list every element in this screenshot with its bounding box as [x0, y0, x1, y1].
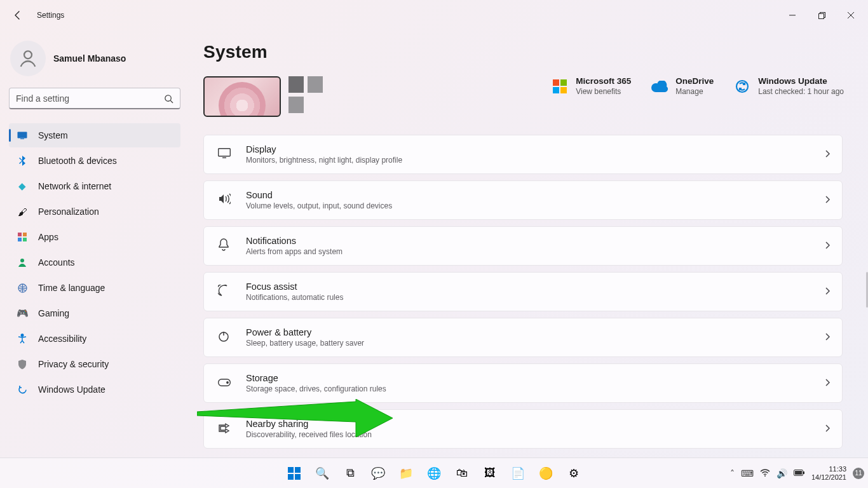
nav-item-privacy-security[interactable]: Privacy & security — [9, 352, 180, 376]
system-icon — [17, 130, 28, 141]
quick-link-title: OneDrive — [675, 76, 714, 86]
account-block[interactable]: Samuel Mbanaso — [9, 36, 180, 88]
clock[interactable]: 11:33 14/12/2021 — [811, 465, 846, 482]
maximize-button[interactable] — [807, 5, 836, 25]
chevron-right-icon — [825, 149, 831, 160]
quick-link-microsoft-[interactable]: Microsoft 365View benefits — [552, 76, 631, 96]
nav-item-label: Apps — [38, 232, 58, 242]
gaming-icon: 🎮 — [17, 308, 28, 319]
avatar — [10, 41, 46, 76]
chevron-right-icon — [825, 423, 831, 435]
volume-icon[interactable]: 🔊 — [776, 468, 787, 478]
taskbar-edge[interactable]: 🌐 — [422, 461, 446, 485]
taskbar-word[interactable]: 📄 — [506, 461, 530, 485]
network-icon: ◆ — [17, 180, 28, 192]
svg-rect-21 — [795, 471, 802, 475]
taskbar-start[interactable] — [282, 461, 306, 485]
secondary-displays — [288, 76, 323, 113]
nav-item-bluetooth-devices[interactable]: Bluetooth & devices — [9, 149, 180, 173]
nav-item-accessibility[interactable]: Accessibility — [9, 327, 180, 351]
taskbar-task-view[interactable]: ⧉ — [338, 461, 362, 485]
card-title: Sound — [246, 190, 392, 200]
card-title: Storage — [246, 373, 386, 383]
minimize-button[interactable] — [778, 5, 807, 25]
store-icon: 🛍 — [456, 466, 468, 480]
card-sub: Notifications, automatic rules — [246, 293, 343, 302]
clock-time: 11:33 — [811, 465, 846, 473]
back-button[interactable] — [8, 5, 28, 25]
quick-link-onedrive[interactable]: OneDriveManage — [651, 76, 714, 96]
nav-item-accounts[interactable]: Accounts — [9, 250, 180, 274]
window-title: Settings — [37, 11, 64, 20]
taskbar-file-explorer[interactable]: 📁 — [394, 461, 418, 485]
svg-rect-6 — [18, 233, 22, 236]
taskbar-chat[interactable]: 💬 — [366, 461, 390, 485]
card-title: Display — [246, 144, 402, 154]
nav-item-label: Time & language — [38, 283, 105, 293]
nav-item-label: Personalization — [38, 207, 99, 217]
focus-assist-card[interactable]: Focus assistNotifications, automatic rul… — [203, 272, 843, 311]
quick-link-title: Windows Update — [758, 76, 844, 86]
close-icon — [848, 12, 854, 18]
search-icon — [164, 94, 173, 106]
chevron-right-icon — [825, 377, 831, 389]
svg-rect-5 — [20, 139, 24, 139]
nav-item-network-internet[interactable]: ◆Network & internet — [9, 174, 180, 198]
nav-item-system[interactable]: System — [9, 123, 180, 147]
svg-point-17 — [227, 382, 228, 383]
card-sub: Monitors, brightness, night light, displ… — [246, 156, 402, 165]
svg-rect-9 — [23, 238, 27, 241]
svg-point-10 — [20, 259, 24, 262]
nav-item-apps[interactable]: Apps — [9, 225, 180, 249]
search-input[interactable] — [16, 93, 158, 104]
battery-icon[interactable] — [794, 468, 805, 478]
nav-item-personalization[interactable]: 🖌Personalization — [9, 200, 180, 224]
person-icon — [17, 48, 39, 69]
svg-rect-7 — [23, 233, 27, 236]
tray-expand-icon[interactable]: ˄ — [730, 468, 735, 478]
taskbar-photos[interactable]: 🖼 — [478, 461, 502, 485]
svg-rect-22 — [803, 471, 804, 474]
taskbar-settings[interactable]: ⚙ — [562, 461, 586, 485]
taskbar: 🔍⧉💬📁🌐🛍🖼📄🟡⚙ ˄ ⌨ 🔊 11:33 14/12/2021 11 — [0, 458, 868, 488]
quick-link-title: Microsoft 365 — [576, 76, 631, 86]
svg-rect-1 — [818, 13, 824, 18]
device-preview[interactable] — [203, 76, 281, 117]
notification-badge[interactable]: 11 — [853, 468, 864, 479]
file-explorer-icon: 📁 — [399, 466, 413, 480]
nearby-sharing-card[interactable]: Nearby sharingDiscoverability, received … — [203, 409, 843, 449]
edge-icon: 🌐 — [427, 466, 441, 480]
minimize-icon — [789, 12, 796, 18]
system-card-list: DisplayMonitors, brightness, night light… — [203, 135, 844, 452]
quick-link-windows-update[interactable]: Windows UpdateLast checked: 1 hour ago — [734, 76, 844, 96]
card-sub: Discoverability, received files location — [246, 430, 372, 439]
svg-rect-8 — [18, 238, 22, 241]
display-icon — [218, 148, 232, 161]
keyboard-icon[interactable]: ⌨ — [741, 468, 754, 478]
task-view-icon: ⧉ — [346, 466, 355, 480]
notifications-card[interactable]: NotificationsAlerts from apps and system — [203, 226, 843, 266]
display-card[interactable]: DisplayMonitors, brightness, night light… — [203, 135, 843, 174]
search-box[interactable] — [9, 88, 180, 109]
close-button[interactable] — [836, 5, 865, 25]
card-title: Focus assist — [246, 281, 343, 292]
nav-item-label: Privacy & security — [38, 359, 109, 369]
power-battery-card[interactable]: Power & batterySleep, battery usage, bat… — [203, 318, 843, 357]
taskbar-chrome[interactable]: 🟡 — [534, 461, 558, 485]
accounts-icon — [17, 257, 28, 268]
nav-item-time-language[interactable]: Time & language — [9, 276, 180, 300]
photos-icon: 🖼 — [484, 466, 496, 480]
taskbar-search[interactable]: 🔍 — [310, 461, 334, 485]
nav-item-windows-update[interactable]: Windows Update — [9, 377, 180, 402]
clock-date: 14/12/2021 — [811, 473, 846, 482]
wifi-icon[interactable] — [760, 468, 770, 478]
sound-card[interactable]: SoundVolume levels, output, input, sound… — [203, 180, 843, 220]
ms365-icon — [552, 78, 568, 95]
svg-point-2 — [24, 51, 32, 58]
sound-icon — [218, 193, 232, 207]
storage-card[interactable]: StorageStorage space, drives, configurat… — [203, 363, 843, 403]
apps-icon — [17, 231, 28, 243]
nav-item-label: Windows Update — [38, 384, 105, 395]
nav-item-gaming[interactable]: 🎮Gaming — [9, 301, 180, 325]
taskbar-store[interactable]: 🛍 — [450, 461, 474, 485]
